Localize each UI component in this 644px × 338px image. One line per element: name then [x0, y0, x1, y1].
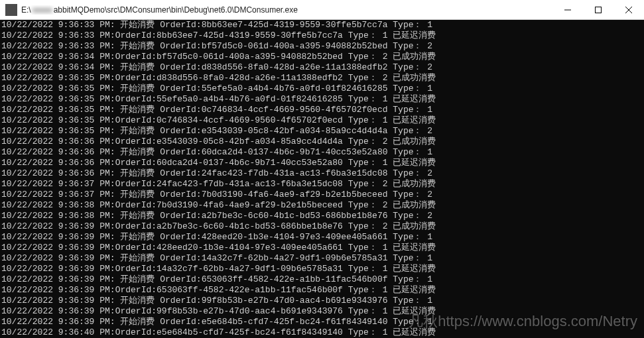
console-line: 10/22/2022 9:36:35 PM:OrderId:55efe5a0-a…: [1, 94, 643, 105]
console-line: 10/22/2022 9:36:39 PM:OrderId:a2b7be3c-6…: [1, 221, 643, 232]
console-line: 10/22/2022 9:36:34 PM:OrderId:bf57d5c0-0…: [1, 52, 643, 62]
console-line: 10/22/2022 9:36:39 PM:OrderId:99f8b53b-e…: [1, 306, 643, 317]
console-line: 10/22/2022 9:36:39 PM: 开始消费 OrderId:14a3…: [1, 253, 643, 264]
console-line: 10/22/2022 9:36:34 PM: 开始消费 OrderId:d838…: [1, 62, 643, 73]
console-line: 10/22/2022 9:36:39 PM:OrderId:428eed20-1…: [1, 243, 643, 253]
console-line: 10/22/2022 9:36:39 PM: 开始消费 OrderId:428e…: [1, 232, 643, 243]
console-line: 10/22/2022 9:36:38 PM: 开始消费 OrderId:a2b7…: [1, 211, 643, 221]
minimize-button[interactable]: [552, 0, 583, 20]
maximize-button[interactable]: [583, 0, 613, 20]
console-line: 10/22/2022 9:36:35 PM: 开始消费 OrderId:55ef…: [1, 84, 643, 94]
console-line: 10/22/2022 9:36:39 PM: 开始消费 OrderId:99f8…: [1, 296, 643, 306]
console-line: 10/22/2022 9:36:35 PM:OrderId:d838d556-8…: [1, 73, 643, 84]
console-line: 10/22/2022 9:36:33 PM: 开始消费 OrderId:8bb6…: [1, 20, 643, 30]
console-line: 10/22/2022 9:36:36 PM: 开始消费 OrderId:24fa…: [1, 168, 643, 179]
console-line: 10/22/2022 9:36:39 PM:OrderId:14a32c7f-6…: [1, 264, 643, 274]
console-line: 10/22/2022 9:36:36 PM: 开始消费 OrderId:60dc…: [1, 147, 643, 158]
console-line: 10/22/2022 9:36:39 PM:OrderId:653063ff-4…: [1, 285, 643, 296]
console-line: 10/22/2022 9:36:36 PM:OrderId:e3543039-0…: [1, 137, 643, 147]
console-line: 10/22/2022 9:36:35 PM: 开始消费 OrderId:0c74…: [1, 105, 643, 115]
svg-rect-1: [596, 7, 602, 13]
window-title: E:\xxxxxabbitMQDemo\src\DMConsumer\bin\D…: [21, 5, 552, 15]
console-line: 10/22/2022 9:36:35 PM:OrderId:0c746834-4…: [1, 115, 643, 126]
console-line: 10/22/2022 9:36:38 PM:OrderId:7b0d3190-4…: [1, 200, 643, 211]
console-line: 10/22/2022 9:36:39 PM: 开始消费 OrderId:6530…: [1, 274, 643, 285]
console-line: 10/22/2022 9:36:40 PM:OrderId:e5e684b5-c…: [1, 327, 643, 338]
window-titlebar: E:\xxxxxabbitMQDemo\src\DMConsumer\bin\D…: [0, 0, 644, 20]
close-button[interactable]: [613, 0, 644, 20]
console-line: 10/22/2022 9:36:36 PM:OrderId:60dca2d4-0…: [1, 158, 643, 168]
app-icon: [5, 4, 17, 16]
console-line: 10/22/2022 9:36:35 PM: 开始消费 OrderId:e354…: [1, 126, 643, 137]
console-line: 10/22/2022 9:36:33 PM: 开始消费 OrderId:bf57…: [1, 41, 643, 52]
console-line: 10/22/2022 9:36:37 PM: 开始消费 OrderId:7b0d…: [1, 190, 643, 200]
console-line: 10/22/2022 9:36:39 PM: 开始消费 OrderId:e5e6…: [1, 317, 643, 327]
console-line: 10/22/2022 9:36:33 PM:OrderId:8bb63ee7-4…: [1, 30, 643, 41]
console-output[interactable]: 10/22/2022 9:36:33 PM: 开始消费 OrderId:8bb6…: [0, 20, 644, 338]
console-line: 10/22/2022 9:36:37 PM:OrderId:24fac423-f…: [1, 179, 643, 190]
